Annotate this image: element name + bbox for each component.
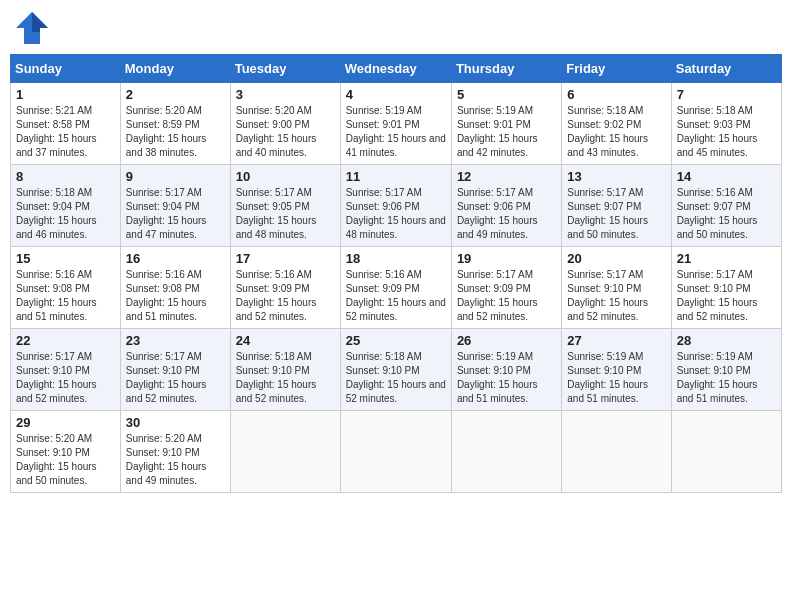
- day-number: 24: [236, 333, 335, 348]
- day-cell-4: 4 Sunrise: 5:19 AMSunset: 9:01 PMDayligh…: [340, 83, 451, 165]
- day-number: 30: [126, 415, 225, 430]
- day-number: 26: [457, 333, 556, 348]
- logo: [14, 10, 54, 46]
- day-number: 20: [567, 251, 665, 266]
- day-detail: Sunrise: 5:18 AMSunset: 9:03 PMDaylight:…: [677, 105, 758, 158]
- empty-cell: [230, 411, 340, 493]
- day-detail: Sunrise: 5:19 AMSunset: 9:10 PMDaylight:…: [457, 351, 538, 404]
- day-detail: Sunrise: 5:17 AMSunset: 9:06 PMDaylight:…: [346, 187, 446, 240]
- day-detail: Sunrise: 5:19 AMSunset: 9:10 PMDaylight:…: [677, 351, 758, 404]
- calendar-body: 1 Sunrise: 5:21 AMSunset: 8:58 PMDayligh…: [11, 83, 782, 493]
- day-number: 3: [236, 87, 335, 102]
- day-cell-17: 17 Sunrise: 5:16 AMSunset: 9:09 PMDaylig…: [230, 247, 340, 329]
- day-detail: Sunrise: 5:19 AMSunset: 9:10 PMDaylight:…: [567, 351, 648, 404]
- header-sunday: Sunday: [11, 55, 121, 83]
- day-cell-12: 12 Sunrise: 5:17 AMSunset: 9:06 PMDaylig…: [451, 165, 561, 247]
- day-cell-15: 15 Sunrise: 5:16 AMSunset: 9:08 PMDaylig…: [11, 247, 121, 329]
- day-detail: Sunrise: 5:18 AMSunset: 9:10 PMDaylight:…: [236, 351, 317, 404]
- day-number: 4: [346, 87, 446, 102]
- day-number: 17: [236, 251, 335, 266]
- day-cell-28: 28 Sunrise: 5:19 AMSunset: 9:10 PMDaylig…: [671, 329, 781, 411]
- day-number: 1: [16, 87, 115, 102]
- header-monday: Monday: [120, 55, 230, 83]
- week-row-5: 29 Sunrise: 5:20 AMSunset: 9:10 PMDaylig…: [11, 411, 782, 493]
- day-detail: Sunrise: 5:17 AMSunset: 9:10 PMDaylight:…: [126, 351, 207, 404]
- day-detail: Sunrise: 5:18 AMSunset: 9:02 PMDaylight:…: [567, 105, 648, 158]
- day-detail: Sunrise: 5:17 AMSunset: 9:04 PMDaylight:…: [126, 187, 207, 240]
- day-cell-30: 30 Sunrise: 5:20 AMSunset: 9:10 PMDaylig…: [120, 411, 230, 493]
- day-detail: Sunrise: 5:18 AMSunset: 9:10 PMDaylight:…: [346, 351, 446, 404]
- day-number: 6: [567, 87, 665, 102]
- day-detail: Sunrise: 5:19 AMSunset: 9:01 PMDaylight:…: [457, 105, 538, 158]
- page-header: [10, 10, 782, 46]
- empty-cell: [671, 411, 781, 493]
- day-number: 14: [677, 169, 776, 184]
- day-detail: Sunrise: 5:17 AMSunset: 9:10 PMDaylight:…: [16, 351, 97, 404]
- empty-cell: [451, 411, 561, 493]
- day-number: 19: [457, 251, 556, 266]
- day-number: 22: [16, 333, 115, 348]
- week-row-4: 22 Sunrise: 5:17 AMSunset: 9:10 PMDaylig…: [11, 329, 782, 411]
- calendar-table: SundayMondayTuesdayWednesdayThursdayFrid…: [10, 54, 782, 493]
- day-cell-2: 2 Sunrise: 5:20 AMSunset: 8:59 PMDayligh…: [120, 83, 230, 165]
- day-cell-10: 10 Sunrise: 5:17 AMSunset: 9:05 PMDaylig…: [230, 165, 340, 247]
- day-cell-11: 11 Sunrise: 5:17 AMSunset: 9:06 PMDaylig…: [340, 165, 451, 247]
- day-detail: Sunrise: 5:19 AMSunset: 9:01 PMDaylight:…: [346, 105, 446, 158]
- day-cell-21: 21 Sunrise: 5:17 AMSunset: 9:10 PMDaylig…: [671, 247, 781, 329]
- day-cell-14: 14 Sunrise: 5:16 AMSunset: 9:07 PMDaylig…: [671, 165, 781, 247]
- day-cell-26: 26 Sunrise: 5:19 AMSunset: 9:10 PMDaylig…: [451, 329, 561, 411]
- day-cell-7: 7 Sunrise: 5:18 AMSunset: 9:03 PMDayligh…: [671, 83, 781, 165]
- day-cell-5: 5 Sunrise: 5:19 AMSunset: 9:01 PMDayligh…: [451, 83, 561, 165]
- day-cell-3: 3 Sunrise: 5:20 AMSunset: 9:00 PMDayligh…: [230, 83, 340, 165]
- day-number: 8: [16, 169, 115, 184]
- day-cell-27: 27 Sunrise: 5:19 AMSunset: 9:10 PMDaylig…: [562, 329, 671, 411]
- day-number: 15: [16, 251, 115, 266]
- day-detail: Sunrise: 5:16 AMSunset: 9:08 PMDaylight:…: [16, 269, 97, 322]
- day-cell-6: 6 Sunrise: 5:18 AMSunset: 9:02 PMDayligh…: [562, 83, 671, 165]
- day-detail: Sunrise: 5:20 AMSunset: 9:00 PMDaylight:…: [236, 105, 317, 158]
- logo-icon: [14, 10, 50, 46]
- header-saturday: Saturday: [671, 55, 781, 83]
- header-friday: Friday: [562, 55, 671, 83]
- day-number: 9: [126, 169, 225, 184]
- day-number: 23: [126, 333, 225, 348]
- empty-cell: [562, 411, 671, 493]
- day-number: 12: [457, 169, 556, 184]
- day-number: 7: [677, 87, 776, 102]
- day-number: 13: [567, 169, 665, 184]
- day-detail: Sunrise: 5:20 AMSunset: 9:10 PMDaylight:…: [126, 433, 207, 486]
- day-cell-20: 20 Sunrise: 5:17 AMSunset: 9:10 PMDaylig…: [562, 247, 671, 329]
- day-number: 29: [16, 415, 115, 430]
- day-cell-22: 22 Sunrise: 5:17 AMSunset: 9:10 PMDaylig…: [11, 329, 121, 411]
- day-number: 11: [346, 169, 446, 184]
- header-tuesday: Tuesday: [230, 55, 340, 83]
- header-wednesday: Wednesday: [340, 55, 451, 83]
- week-row-3: 15 Sunrise: 5:16 AMSunset: 9:08 PMDaylig…: [11, 247, 782, 329]
- day-cell-24: 24 Sunrise: 5:18 AMSunset: 9:10 PMDaylig…: [230, 329, 340, 411]
- day-detail: Sunrise: 5:21 AMSunset: 8:58 PMDaylight:…: [16, 105, 97, 158]
- day-number: 21: [677, 251, 776, 266]
- day-cell-19: 19 Sunrise: 5:17 AMSunset: 9:09 PMDaylig…: [451, 247, 561, 329]
- day-cell-23: 23 Sunrise: 5:17 AMSunset: 9:10 PMDaylig…: [120, 329, 230, 411]
- calendar-header: SundayMondayTuesdayWednesdayThursdayFrid…: [11, 55, 782, 83]
- day-detail: Sunrise: 5:17 AMSunset: 9:09 PMDaylight:…: [457, 269, 538, 322]
- day-cell-29: 29 Sunrise: 5:20 AMSunset: 9:10 PMDaylig…: [11, 411, 121, 493]
- day-cell-8: 8 Sunrise: 5:18 AMSunset: 9:04 PMDayligh…: [11, 165, 121, 247]
- week-row-1: 1 Sunrise: 5:21 AMSunset: 8:58 PMDayligh…: [11, 83, 782, 165]
- day-cell-1: 1 Sunrise: 5:21 AMSunset: 8:58 PMDayligh…: [11, 83, 121, 165]
- day-cell-18: 18 Sunrise: 5:16 AMSunset: 9:09 PMDaylig…: [340, 247, 451, 329]
- day-detail: Sunrise: 5:16 AMSunset: 9:07 PMDaylight:…: [677, 187, 758, 240]
- day-cell-9: 9 Sunrise: 5:17 AMSunset: 9:04 PMDayligh…: [120, 165, 230, 247]
- day-detail: Sunrise: 5:17 AMSunset: 9:07 PMDaylight:…: [567, 187, 648, 240]
- day-cell-25: 25 Sunrise: 5:18 AMSunset: 9:10 PMDaylig…: [340, 329, 451, 411]
- header-row: SundayMondayTuesdayWednesdayThursdayFrid…: [11, 55, 782, 83]
- day-detail: Sunrise: 5:17 AMSunset: 9:10 PMDaylight:…: [567, 269, 648, 322]
- day-number: 27: [567, 333, 665, 348]
- day-detail: Sunrise: 5:17 AMSunset: 9:10 PMDaylight:…: [677, 269, 758, 322]
- svg-marker-1: [32, 12, 48, 32]
- day-number: 10: [236, 169, 335, 184]
- day-detail: Sunrise: 5:20 AMSunset: 8:59 PMDaylight:…: [126, 105, 207, 158]
- empty-cell: [340, 411, 451, 493]
- day-detail: Sunrise: 5:16 AMSunset: 9:09 PMDaylight:…: [236, 269, 317, 322]
- day-detail: Sunrise: 5:16 AMSunset: 9:09 PMDaylight:…: [346, 269, 446, 322]
